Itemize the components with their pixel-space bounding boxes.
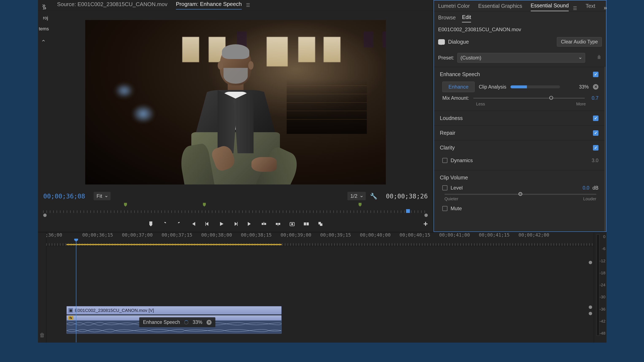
tab-program[interactable]: Program: Enhance Speech xyxy=(176,1,242,9)
step-back-button[interactable] xyxy=(204,221,211,227)
level-value[interactable]: 0.0 xyxy=(582,185,589,191)
enhance-speech-checkbox[interactable] xyxy=(593,72,598,77)
panel-menu-icon[interactable]: ☰ xyxy=(246,2,250,8)
go-to-in-button[interactable] xyxy=(190,221,196,227)
svg-rect-2 xyxy=(276,223,278,225)
audio-type-label: Dialogue xyxy=(448,39,469,45)
section-clarity[interactable]: Clarity xyxy=(434,140,604,155)
clarity-checkbox[interactable] xyxy=(593,145,598,151)
mark-in-button[interactable] xyxy=(162,221,168,227)
mix-amount-label: Mix Amount: xyxy=(442,95,469,101)
section-enhance-speech[interactable]: Enhance Speech xyxy=(434,67,604,82)
audio-meter: 0 -6 -12 -18 -24 -30 -36 -42 -48 xyxy=(594,232,606,343)
tab-essential-sound[interactable]: Essential Sound xyxy=(531,2,569,11)
analysis-progress-pct: 33% xyxy=(579,84,589,90)
trash-icon[interactable]: 🗑 xyxy=(40,332,45,338)
chevron-up-icon[interactable] xyxy=(38,34,48,49)
dynamics-label: Dynamics xyxy=(450,157,588,163)
track-zoom-handle[interactable] xyxy=(589,306,592,309)
svg-point-5 xyxy=(291,223,293,225)
button-editor-icon[interactable]: + xyxy=(423,220,428,228)
settings-wrench-icon[interactable]: 🔧 xyxy=(370,193,377,200)
resolution-dropdown[interactable]: 1/2 xyxy=(348,192,366,200)
mute-checkbox[interactable] xyxy=(442,206,448,211)
export-frame-button[interactable] xyxy=(289,221,296,227)
tab-text[interactable]: Text xyxy=(586,3,595,11)
add-marker-button[interactable] xyxy=(148,221,154,227)
go-to-out-button[interactable] xyxy=(246,221,253,227)
enhance-speech-overlay: Enhance Speech 33% ✕ xyxy=(139,317,215,327)
dynamics-checkbox[interactable] xyxy=(442,158,448,163)
essential-sound-panel: Lumetri Color Essential Graphics Essenti… xyxy=(434,0,606,232)
lift-button[interactable] xyxy=(260,221,267,227)
tab-essential-graphics[interactable]: Essential Graphics xyxy=(478,3,522,11)
enhance-button[interactable]: Enhance xyxy=(442,82,474,92)
overlay-cancel-button[interactable]: ✕ xyxy=(206,320,212,325)
panel-menu-icon[interactable]: ☰ xyxy=(573,6,577,11)
preset-dropdown[interactable]: (Custom) xyxy=(457,53,585,63)
clear-audio-type-button[interactable]: Clear Audio Type xyxy=(557,37,602,47)
level-unit: dB xyxy=(592,185,598,191)
cancel-analysis-button[interactable]: ✕ xyxy=(593,84,598,90)
svg-rect-7 xyxy=(306,222,309,225)
play-button[interactable] xyxy=(218,221,225,227)
zoom-handle-left[interactable] xyxy=(43,214,46,217)
clip-thumbnail-icon: ▦ xyxy=(68,308,73,313)
video-clip-label: E001C002_230815CU_CANON.mov [V] xyxy=(75,308,154,313)
expand-panel-icon[interactable]: » xyxy=(42,4,46,11)
timecode-current[interactable]: 00;00;36;08 xyxy=(43,192,85,200)
level-label: Level xyxy=(450,185,580,191)
svg-rect-9 xyxy=(320,224,322,226)
section-loudness[interactable]: Loudness xyxy=(434,111,604,125)
overlay-label: Enhance Speech xyxy=(143,320,180,325)
slider-more-label: More xyxy=(576,102,586,106)
program-mini-timeline[interactable] xyxy=(43,203,428,213)
extract-button[interactable] xyxy=(275,221,282,227)
loudness-checkbox[interactable] xyxy=(593,115,598,121)
section-clip-volume[interactable]: Clip Volume xyxy=(434,170,604,182)
section-repair[interactable]: Repair xyxy=(434,126,604,140)
selected-clip-name: E001C002_230815CU_CANON.mov xyxy=(434,22,606,35)
svg-rect-6 xyxy=(304,222,306,225)
timeline-playhead[interactable] xyxy=(76,241,76,343)
subtab-browse[interactable]: Browse xyxy=(438,14,456,22)
dialogue-icon xyxy=(438,39,445,45)
proxy-toggle-button[interactable] xyxy=(317,221,324,227)
spinner-icon xyxy=(184,320,188,325)
tab-lumetri[interactable]: Lumetri Color xyxy=(438,3,470,11)
svg-rect-3 xyxy=(278,223,280,225)
zoom-fit-dropdown[interactable]: Fit xyxy=(94,192,111,200)
mix-amount-value[interactable]: 0.7 xyxy=(589,95,598,101)
tab-source[interactable]: Source: E001C002_230815CU_CANON.mov xyxy=(57,1,168,9)
fx-badge[interactable]: fx xyxy=(68,316,74,320)
video-clip[interactable]: ▦ E001C002_230815CU_CANON.mov [V] xyxy=(66,306,282,315)
expand-right-icon[interactable]: » xyxy=(604,4,607,11)
save-preset-icon[interactable] xyxy=(588,54,594,61)
preset-label: Preset: xyxy=(438,55,454,61)
timeline-ruler[interactable]: 1;36;00 00;00;36;15 00;00;37;00 00;00;37… xyxy=(46,232,594,246)
repair-checkbox[interactable] xyxy=(593,130,598,136)
quieter-label: Quieter xyxy=(444,197,458,201)
dynamics-value: 3.0 xyxy=(592,158,598,163)
mute-label: Mute xyxy=(450,206,598,211)
svg-rect-1 xyxy=(264,223,266,225)
level-checkbox[interactable] xyxy=(442,185,448,190)
mark-out-button[interactable] xyxy=(176,221,182,227)
clip-analysis-label: Clip Analysis xyxy=(479,84,506,90)
zoom-handle-right[interactable] xyxy=(424,214,428,217)
comparison-view-button[interactable] xyxy=(303,221,310,227)
items-label[interactable]: tems xyxy=(38,24,48,34)
timecode-duration: 00;00;38;26 xyxy=(386,192,428,200)
track-zoom-handle[interactable] xyxy=(589,312,592,315)
step-forward-button[interactable] xyxy=(232,221,239,227)
project-label[interactable]: roj xyxy=(38,12,48,24)
mix-amount-slider[interactable] xyxy=(473,98,585,98)
louder-label: Louder xyxy=(583,197,596,201)
subtab-edit[interactable]: Edit xyxy=(462,14,471,22)
track-zoom-handle[interactable] xyxy=(589,261,592,264)
analysis-progress-bar xyxy=(510,85,560,88)
program-monitor xyxy=(38,10,433,190)
slider-less-label: Less xyxy=(476,102,485,106)
volume-slider[interactable] xyxy=(444,194,596,195)
work-area-bar[interactable] xyxy=(66,244,282,245)
